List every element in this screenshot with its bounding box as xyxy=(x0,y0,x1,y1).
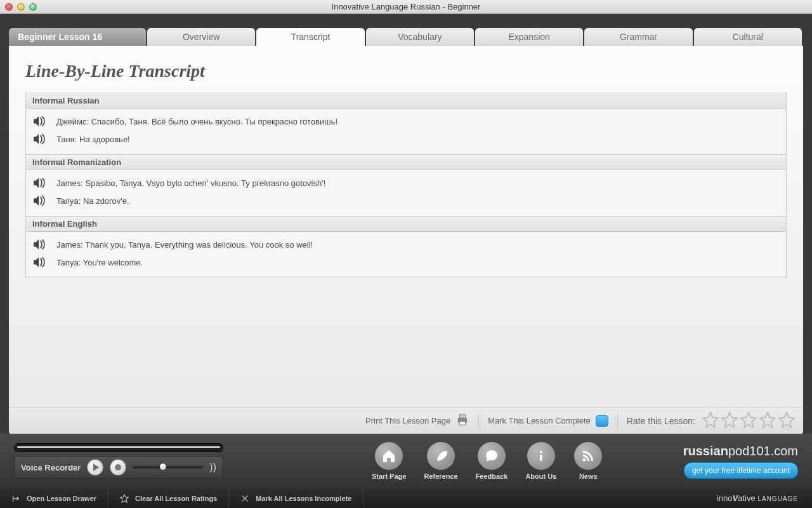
recorder-record-button[interactable] xyxy=(110,459,126,476)
transcript-text: Tanya: Na zdorov'e. xyxy=(56,196,129,206)
dock-feedback[interactable]: Feedback xyxy=(476,442,508,480)
mark-incomplete-button[interactable]: Mark All Lessons Incomplete xyxy=(229,488,363,508)
cta-button[interactable]: get your free lifetime account xyxy=(684,462,798,479)
info-icon xyxy=(534,448,549,464)
volume-slider[interactable] xyxy=(133,466,203,469)
rate-lesson: Rate this Lesson: xyxy=(627,408,796,434)
content-panel: Line-By-Line Transcript Informal Russian… xyxy=(9,46,803,434)
transcript-text: Таня: На здоровье! xyxy=(56,135,130,144)
tab-vocabulary[interactable]: Vocabulary xyxy=(366,28,474,46)
home-icon xyxy=(381,448,396,464)
content-footer: Print This Lesson Page Mark This Lesson … xyxy=(9,407,803,434)
tab-transcript[interactable]: Transcript xyxy=(256,28,364,46)
dock-caption: Reference xyxy=(424,472,457,480)
star-icon[interactable] xyxy=(740,411,757,431)
section-header: Informal Russian xyxy=(26,93,786,109)
section-header: Informal English xyxy=(26,216,786,232)
printer-icon xyxy=(455,413,469,428)
star-icon[interactable] xyxy=(759,411,776,431)
titlebar: Innovative Language Russian - Beginner xyxy=(0,0,812,14)
dock-nav: Start Page Reference Feedback About Us N… xyxy=(372,442,602,480)
dock-news[interactable]: News xyxy=(574,442,602,480)
tab-expansion[interactable]: Expansion xyxy=(475,28,583,46)
section-body: James: Spasibo, Tanya. Vsyo bylo ochen' … xyxy=(26,170,786,216)
transcript-text: James: Thank you, Tanya. Everything was … xyxy=(56,240,313,250)
speaker-icon xyxy=(32,133,46,145)
star-icon[interactable] xyxy=(702,411,719,431)
recorder-progress[interactable] xyxy=(14,443,223,452)
mark-complete-label: Mark This Lesson Complete xyxy=(488,416,591,425)
brand-prefix: russian xyxy=(683,444,728,458)
star-icon[interactable] xyxy=(721,411,738,431)
separator xyxy=(617,412,618,430)
play-line-button[interactable] xyxy=(31,237,48,251)
voice-recorder: Voice Recorder )) xyxy=(14,443,223,479)
svg-rect-2 xyxy=(460,422,466,425)
separator xyxy=(478,412,479,430)
play-line-button[interactable] xyxy=(31,176,48,190)
svg-point-3 xyxy=(540,451,542,453)
section-body: Джеймс: Спасибо, Таня. Всё было очень вк… xyxy=(26,109,786,154)
transcript-box: Informal Russian Джеймс: Спасибо, Таня. … xyxy=(25,93,787,278)
mark-complete-button[interactable]: Mark This Lesson Complete xyxy=(488,408,608,434)
sb-label: Clear All Lesson Ratings xyxy=(135,495,217,502)
tab-cultural[interactable]: Cultural xyxy=(694,28,802,46)
record-icon xyxy=(115,464,121,471)
dock-caption: Start Page xyxy=(372,472,406,480)
speaker-icon xyxy=(32,257,46,268)
speaker-icon xyxy=(32,177,46,189)
speech-bubble-icon xyxy=(484,448,499,464)
transcript-text: Джеймс: Спасибо, Таня. Всё было очень вк… xyxy=(56,117,337,126)
dock-caption: News xyxy=(579,472,598,480)
brand-link[interactable]: russianpod101.com xyxy=(683,444,798,458)
play-line-button[interactable] xyxy=(31,114,48,128)
dock-about-us[interactable]: About Us xyxy=(525,442,556,480)
section-body: James: Thank you, Tanya. Everything was … xyxy=(26,232,786,277)
star-outline-icon xyxy=(120,494,129,503)
footer-brand: innoVative LANGUAGE xyxy=(717,493,812,503)
transcript-line: Tanya: Na zdorov'e. xyxy=(31,192,781,210)
transcript-line: Таня: На здоровье! xyxy=(31,130,781,148)
footer-brand-left: inno xyxy=(717,493,733,503)
transcript-line: James: Spasibo, Tanya. Vsyo bylo ochen' … xyxy=(31,174,781,192)
footer-brand-right: LANGUAGE xyxy=(756,495,798,502)
statusbar: Open Lesson Drawer Clear All Lesson Rati… xyxy=(0,488,812,508)
tab-grammar[interactable]: Grammar xyxy=(584,28,692,46)
footer-brand-v: V xyxy=(733,493,738,503)
print-lesson-button[interactable]: Print This Lesson Page xyxy=(365,408,469,434)
sb-label: Open Lesson Drawer xyxy=(27,495,96,502)
clear-ratings-button[interactable]: Clear All Lesson Ratings xyxy=(108,488,229,508)
dock-start-page[interactable]: Start Page xyxy=(372,442,406,480)
play-icon xyxy=(93,464,99,471)
brand-suffix: 101.com xyxy=(749,444,798,458)
svg-rect-4 xyxy=(540,455,542,461)
speaker-icon xyxy=(32,239,46,250)
transcript-line: Tanya: You're welcome. xyxy=(31,253,781,271)
open-lesson-drawer-button[interactable]: Open Lesson Drawer xyxy=(0,488,108,508)
app-chrome: Beginner Lesson 16 Overview Transcript V… xyxy=(0,14,812,488)
brand-mid: pod xyxy=(728,444,749,458)
print-label: Print This Lesson Page xyxy=(365,416,450,425)
tab-overview[interactable]: Overview xyxy=(147,28,255,46)
sb-label: Mark All Lessons Incomplete xyxy=(256,495,351,502)
speaker-icon xyxy=(32,195,46,206)
svg-rect-1 xyxy=(460,415,466,418)
star-icon[interactable] xyxy=(778,411,796,431)
window-title: Innovative Language Russian - Beginner xyxy=(0,2,812,11)
play-line-button[interactable] xyxy=(31,255,48,269)
rss-icon xyxy=(580,448,596,464)
drawer-icon xyxy=(11,494,20,503)
dock-caption: About Us xyxy=(525,472,556,480)
x-icon xyxy=(240,494,249,503)
tab-strip: Beginner Lesson 16 Overview Transcript V… xyxy=(9,28,803,46)
lesson-badge: Beginner Lesson 16 xyxy=(9,28,146,46)
page-title: Line-By-Line Transcript xyxy=(25,61,787,81)
dock-reference[interactable]: Reference xyxy=(424,442,457,480)
play-line-button[interactable] xyxy=(31,132,48,146)
recorder-controls: Voice Recorder )) xyxy=(14,456,223,479)
play-line-button[interactable] xyxy=(31,194,48,208)
transcript-line: James: Thank you, Tanya. Everything was … xyxy=(31,236,781,253)
star-rating[interactable] xyxy=(702,411,796,431)
recorder-play-button[interactable] xyxy=(87,459,103,476)
transcript-line: Джеймс: Спасибо, Таня. Всё было очень вк… xyxy=(31,112,781,130)
